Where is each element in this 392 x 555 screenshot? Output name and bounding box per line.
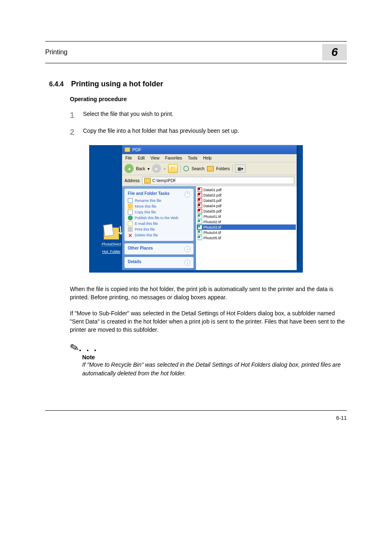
- step-number: 2: [70, 127, 76, 137]
- toolbar-separator: [180, 164, 181, 173]
- tif-icon: [198, 236, 202, 240]
- file-name: Photo04.tif: [203, 231, 221, 235]
- file-name: Photo05.tif: [203, 236, 221, 240]
- note-dots: . . .: [79, 343, 98, 353]
- folders-label[interactable]: Folders: [216, 166, 230, 171]
- task-email[interactable]: E-mail this file: [128, 221, 190, 226]
- menu-file[interactable]: File: [125, 156, 132, 160]
- file-item-selected[interactable]: Photo03.tif: [197, 224, 296, 230]
- window-title: PDF: [132, 147, 141, 152]
- folder-icon: [125, 147, 130, 152]
- task-label: Delete this file: [135, 233, 158, 237]
- file-item[interactable]: Photo04.tif: [197, 230, 296, 235]
- views-button[interactable]: ▦▾: [235, 164, 246, 173]
- pdf-icon: [198, 198, 202, 203]
- chapter-badge: 6: [322, 44, 347, 60]
- back-dropdown-icon[interactable]: ▾: [148, 166, 150, 171]
- header-left: Printing: [45, 49, 67, 56]
- web-icon: [128, 215, 133, 220]
- pdf-icon: [198, 187, 202, 192]
- task-copy[interactable]: Copy this file: [128, 210, 190, 215]
- address-value: C:\temp\PDF: [152, 178, 176, 183]
- tasks-panel-title: File and Folder Tasks: [128, 191, 170, 196]
- search-label[interactable]: Search: [191, 166, 205, 171]
- file-item[interactable]: Data04.pdf: [197, 203, 296, 208]
- tif-icon: [198, 225, 202, 229]
- chapter-number: 6: [331, 46, 338, 58]
- file-name: Data05.pdf: [203, 209, 221, 213]
- file-item[interactable]: Data05.pdf: [197, 208, 296, 214]
- file-list[interactable]: Data01.pdf Data02.pdf Data03.pdf Data04.…: [196, 186, 297, 270]
- pdf-icon: [198, 204, 202, 208]
- task-label: E-mail this file: [135, 222, 158, 226]
- copy-icon: [128, 210, 133, 215]
- body-paragraph: When the file is copied into the hot fol…: [70, 285, 347, 302]
- task-publish[interactable]: Publish this file to the Web: [128, 215, 190, 220]
- file-name: Photo02.tif: [203, 220, 221, 224]
- note-label: Note: [82, 354, 347, 361]
- hot-folder-label-2: Hot_Folder: [102, 250, 121, 254]
- move-icon: [128, 204, 133, 209]
- task-label: Copy this file: [135, 210, 156, 214]
- pdf-icon: [198, 209, 202, 213]
- expand-icon[interactable]: ⌄: [184, 260, 190, 266]
- step-2: 2 Copy the file into a hot folder that h…: [70, 127, 347, 137]
- delete-icon: ✕: [128, 233, 133, 238]
- email-icon: [128, 221, 133, 226]
- back-button[interactable]: ◄: [125, 164, 134, 173]
- details-panel[interactable]: Details ⌄: [125, 257, 194, 268]
- tif-icon: [198, 214, 202, 219]
- address-bar: Address C:\temp\PDF: [122, 175, 297, 186]
- page-number: 6-11: [336, 415, 347, 421]
- menu-tools[interactable]: Tools: [188, 156, 197, 160]
- expand-icon[interactable]: ⌄: [184, 246, 190, 252]
- body-paragraph: If "Move to Sub-Folder" was selected in …: [70, 309, 347, 334]
- other-places-panel[interactable]: Other Places ⌄: [125, 243, 194, 254]
- menu-favorites[interactable]: Favorites: [165, 156, 182, 160]
- file-item[interactable]: Photo01.tif: [197, 214, 296, 219]
- step-1: 1 Select the file that you wish to print…: [70, 111, 347, 120]
- task-rename[interactable]: Rename this file: [128, 198, 190, 203]
- file-name: Data04.pdf: [203, 204, 221, 208]
- details-title: Details: [128, 259, 141, 264]
- menu-help[interactable]: Help: [203, 156, 212, 160]
- explorer-sidebar: File and Folder Tasks ⌃ Rename this file…: [122, 186, 196, 270]
- task-print[interactable]: Print this file: [128, 227, 190, 232]
- page-footer: 6-11: [45, 410, 347, 421]
- menu-edit[interactable]: Edit: [138, 156, 145, 160]
- note-block: ✎. . . Note If "Move to Recycle Bin" was…: [70, 341, 347, 377]
- file-name: Data02.pdf: [203, 193, 221, 197]
- screenshot-figure: PhotoDirect Hot_Folder ↘ PDF File Edit V…: [89, 145, 303, 273]
- task-move[interactable]: Move this file: [128, 204, 190, 209]
- file-item[interactable]: Photo02.tif: [197, 219, 296, 224]
- file-item[interactable]: Data01.pdf: [197, 187, 296, 192]
- forward-dropdown-icon[interactable]: ▾: [164, 166, 166, 171]
- toolbar: ◄ Back ▾ ► ▾ 📁 Search Folders ▦▾: [122, 162, 297, 175]
- search-icon[interactable]: [183, 166, 189, 171]
- step-text: Copy the file into a hot folder that has…: [83, 127, 239, 137]
- forward-button[interactable]: ►: [152, 164, 161, 173]
- folder-icon: [144, 178, 151, 183]
- titlebar: PDF: [122, 145, 297, 154]
- toolbar-separator: [232, 164, 233, 173]
- file-name: Data03.pdf: [203, 199, 221, 203]
- file-item[interactable]: Data03.pdf: [197, 198, 296, 203]
- step-text: Select the file that you wish to print.: [83, 111, 173, 120]
- task-label: Move this file: [135, 204, 157, 208]
- file-item[interactable]: Data02.pdf: [197, 192, 296, 198]
- file-item[interactable]: Photo05.tif: [197, 235, 296, 240]
- up-button[interactable]: 📁: [168, 164, 178, 173]
- menubar: File Edit View Favorites Tools Help: [122, 154, 297, 162]
- other-places-title: Other Places: [128, 246, 153, 250]
- section-title: Printing using a hot folder: [71, 80, 163, 88]
- file-name: Photo01.tif: [203, 215, 221, 219]
- task-label: Publish this file to the Web: [135, 216, 178, 220]
- menu-view[interactable]: View: [150, 156, 159, 160]
- folders-icon[interactable]: [207, 166, 214, 171]
- collapse-icon[interactable]: ⌃: [184, 192, 190, 197]
- task-delete[interactable]: ✕Delete this file: [128, 233, 190, 238]
- file-name: Data01.pdf: [203, 188, 221, 192]
- back-label[interactable]: Back: [136, 166, 145, 171]
- address-input[interactable]: C:\temp\PDF: [142, 177, 294, 184]
- pdf-icon: [198, 193, 202, 197]
